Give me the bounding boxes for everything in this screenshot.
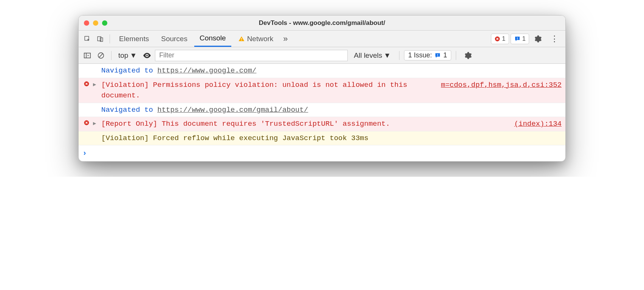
console-message-navigation: Navigated to https://www.google.com/gmai… xyxy=(79,103,565,117)
context-label: top xyxy=(118,51,128,60)
message-source-link[interactable]: m=cdos,dpf,hsm,jsa,d,csi:352 xyxy=(433,80,562,91)
minimize-window-button[interactable] xyxy=(93,20,98,26)
tab-label: Console xyxy=(200,34,226,42)
device-toggle-icon[interactable] xyxy=(94,33,106,45)
zoom-window-button[interactable] xyxy=(102,20,107,26)
message-text: [Violation] Permissions policy violation… xyxy=(101,80,431,101)
devtools-window: DevTools - www.google.com/gmail/about/ E… xyxy=(78,15,566,162)
console-prompt[interactable]: › xyxy=(79,145,565,161)
svg-rect-12 xyxy=(437,56,438,56)
tab-sources[interactable]: Sources xyxy=(156,31,193,47)
gear-icon xyxy=(464,51,472,60)
chevron-down-icon: ▼ xyxy=(384,51,391,60)
svg-rect-11 xyxy=(437,54,438,55)
message-text: [Report Only] This document requires 'Tr… xyxy=(101,119,505,130)
svg-rect-3 xyxy=(241,38,242,39)
issue-icon xyxy=(434,52,441,59)
console-message-navigation: Navigated to https://www.google.com/ xyxy=(79,64,565,78)
chevron-down-icon: ▼ xyxy=(130,51,137,60)
issues-button[interactable]: 1 Issue: 1 xyxy=(404,50,451,60)
console-message-error: ▶ [Violation] Permissions policy violati… xyxy=(79,78,565,103)
message-source-link[interactable]: (index):134 xyxy=(507,119,562,130)
tab-label: Elements xyxy=(119,35,149,43)
error-icon xyxy=(84,120,90,126)
issues-label: 1 Issue: xyxy=(408,51,432,59)
tab-elements[interactable]: Elements xyxy=(114,31,154,47)
inspect-element-icon[interactable] xyxy=(82,33,93,45)
prompt-chevron-icon: › xyxy=(82,148,87,159)
svg-rect-1 xyxy=(98,37,101,41)
svg-rect-6 xyxy=(517,37,518,39)
console-settings-button[interactable] xyxy=(461,51,475,60)
window-controls xyxy=(84,20,107,26)
live-expression-button[interactable] xyxy=(141,50,153,61)
expand-toggle[interactable]: ▶ xyxy=(93,119,99,128)
tab-label: Sources xyxy=(161,35,187,43)
nav-url[interactable]: https://www.google.com/ xyxy=(157,66,256,75)
gear-icon xyxy=(534,35,542,43)
nav-prefix: Navigated to xyxy=(101,106,157,114)
svg-rect-8 xyxy=(84,53,91,58)
svg-rect-4 xyxy=(241,40,242,41)
expand-toggle[interactable]: ▶ xyxy=(93,80,99,89)
nav-url[interactable]: https://www.google.com/gmail/about/ xyxy=(157,106,308,114)
console-message-error: ▶ [Report Only] This document requires '… xyxy=(79,117,565,131)
tab-network[interactable]: Network xyxy=(233,31,279,47)
console-output: Navigated to https://www.google.com/ ▶ [… xyxy=(79,64,565,161)
issues-count: 1 xyxy=(443,51,447,59)
console-toolbar: top ▼ All levels ▼ 1 Issue: 1 xyxy=(79,47,565,64)
clear-console-button[interactable] xyxy=(95,50,107,61)
errors-count: 1 xyxy=(502,35,505,43)
issues-badge[interactable]: 1 xyxy=(511,34,529,44)
issue-icon xyxy=(514,35,521,42)
levels-label: All levels xyxy=(354,51,382,60)
context-selector[interactable]: top ▼ xyxy=(116,51,139,60)
svg-point-10 xyxy=(146,55,148,56)
toggle-sidebar-button[interactable] xyxy=(82,50,93,61)
more-options-button[interactable]: ⋮ xyxy=(546,34,562,44)
tab-console[interactable]: Console xyxy=(194,31,231,47)
separator xyxy=(399,51,399,60)
separator xyxy=(111,51,111,60)
issues-count: 1 xyxy=(522,35,526,43)
tab-label: Network xyxy=(247,35,274,43)
error-icon xyxy=(494,36,500,42)
more-tabs-button[interactable]: » xyxy=(280,34,291,44)
close-window-button[interactable] xyxy=(84,20,89,26)
separator xyxy=(456,51,456,60)
warning-icon xyxy=(238,35,245,42)
filter-input[interactable] xyxy=(155,50,348,61)
window-title: DevTools - www.google.com/gmail/about/ xyxy=(79,19,565,27)
main-tabbar: Elements Sources Console Network » 1 1 ⋮ xyxy=(79,31,565,47)
titlebar: DevTools - www.google.com/gmail/about/ xyxy=(79,15,565,31)
error-icon xyxy=(84,81,90,87)
separator xyxy=(110,34,110,43)
message-text: [Violation] Forced reflow while executin… xyxy=(101,133,562,144)
console-message-violation: [Violation] Forced reflow while executin… xyxy=(79,131,565,146)
svg-rect-7 xyxy=(517,39,518,40)
log-levels-selector[interactable]: All levels ▼ xyxy=(350,51,395,60)
nav-prefix: Navigated to xyxy=(101,66,157,75)
settings-button[interactable] xyxy=(531,35,545,43)
errors-badge[interactable]: 1 xyxy=(491,34,509,44)
